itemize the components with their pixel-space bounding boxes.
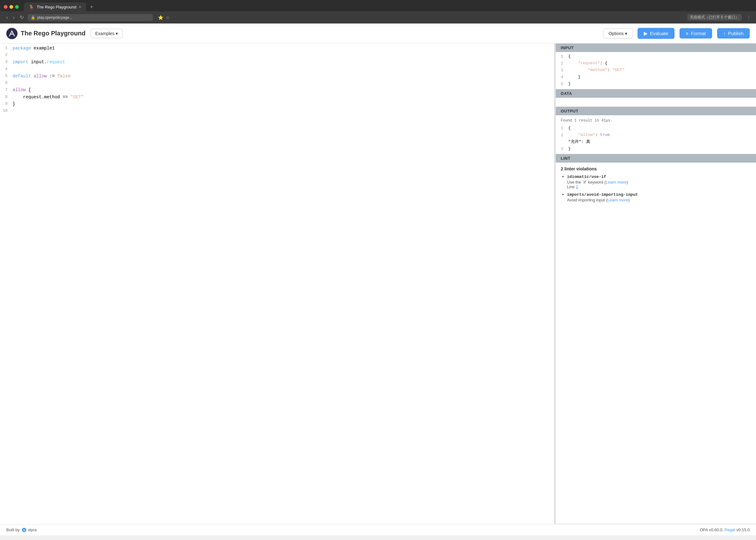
- maximize-button[interactable]: [15, 5, 19, 9]
- styra-text: styra: [28, 527, 37, 532]
- rego-logo-icon: [6, 28, 18, 39]
- output-section: OUTPUT Found 1 result in 41μs. 1{2 "allo…: [556, 107, 756, 154]
- back-button[interactable]: ‹: [5, 14, 9, 22]
- app-container: The Rego Playground Examples ▾ Options ▾…: [0, 24, 756, 535]
- line-code: }: [568, 74, 756, 81]
- line-number: 10: [0, 107, 13, 114]
- line-code: "method": "GET": [568, 67, 756, 74]
- line-number: 3: [556, 67, 568, 74]
- line-number: 8: [0, 94, 13, 100]
- line-number: 4: [556, 74, 568, 81]
- evaluate-play-icon: ▶: [644, 30, 648, 36]
- lint-item: imports/avoid-importing-inputAvoid impor…: [567, 192, 751, 202]
- right-panel: INPUT 1{2 "request": {3 "method": "GET"4…: [555, 44, 756, 524]
- data-content[interactable]: [556, 98, 756, 106]
- close-button[interactable]: [4, 5, 8, 9]
- lint-content: 2 linter violations idiomatic/use-ifUse …: [556, 163, 756, 208]
- styra-logo: S styra: [22, 527, 37, 532]
- line-number: 4: [0, 66, 13, 73]
- output-timing: Found 1 result in 41μs.: [556, 116, 756, 125]
- output-line: 1{: [556, 125, 756, 132]
- new-tab-button[interactable]: +: [88, 3, 95, 11]
- browser-chrome: 🦌 The Rego Playground ✕ + ‹ › ↻ 🔒 play.o…: [0, 0, 756, 24]
- reload-button[interactable]: ↻: [19, 13, 25, 22]
- line-number: 2: [556, 60, 568, 67]
- tab-close-icon[interactable]: ✕: [79, 5, 81, 9]
- address-text: play.openpolicyage...: [37, 15, 73, 20]
- active-tab[interactable]: 🦌 The Rego Playground ✕: [24, 3, 86, 11]
- options-button[interactable]: Options ▾: [603, 29, 632, 39]
- publish-upload-icon: ↑: [723, 31, 726, 36]
- lint-header: LINT: [556, 154, 756, 163]
- footer-left: Built by S styra: [6, 527, 37, 532]
- app-logo: The Rego Playground: [6, 28, 86, 39]
- output-line: "允许": 真: [556, 139, 756, 146]
- options-dropdown-icon: ▾: [625, 31, 627, 36]
- line-number: 9: [0, 100, 13, 107]
- lint-title: 2 linter violations: [561, 166, 751, 171]
- input-section: INPUT 1{2 "request": {3 "method": "GET"4…: [556, 44, 756, 89]
- app-header: The Rego Playground Examples ▾ Options ▾…: [0, 24, 756, 44]
- main-layout: 1package example123import input.request4…: [0, 44, 756, 524]
- lint-line-link[interactable]: 2: [576, 185, 578, 189]
- built-by-text: Built by: [6, 527, 20, 532]
- format-button[interactable]: ≡ Format: [679, 28, 712, 39]
- lint-learn-more-link[interactable]: Learn more: [608, 198, 628, 202]
- code-line: 3import input.request: [0, 59, 554, 66]
- line-code: import input.request: [13, 59, 554, 66]
- line-code: package example1: [13, 45, 554, 52]
- regal-link[interactable]: Regal: [725, 527, 735, 532]
- output-content: Found 1 result in 41μs. 1{2 "allow": tru…: [556, 115, 756, 154]
- line-code: request.method == "GET": [13, 94, 554, 100]
- code-line: 3 "method": "GET": [556, 67, 756, 74]
- output-line: 3}: [556, 146, 756, 153]
- editor-pane[interactable]: 1package example123import input.request4…: [0, 44, 554, 524]
- address-bar[interactable]: 🔒 play.openpolicyage...: [28, 14, 153, 21]
- lint-item: idiomatic/use-ifUse the `if` keyword (Le…: [567, 174, 751, 189]
- line-number: 1: [556, 53, 568, 60]
- code-line: 6: [0, 79, 554, 86]
- styra-icon: S: [22, 527, 27, 532]
- line-code: }: [568, 81, 756, 88]
- minimize-button[interactable]: [9, 5, 13, 9]
- input-content[interactable]: 1{2 "request": {3 "method": "GET"4 }5}: [556, 52, 756, 89]
- line-code: [13, 66, 554, 73]
- code-line: 1{: [556, 53, 756, 60]
- line-number: 2: [0, 52, 13, 59]
- lint-list: idiomatic/use-ifUse the `if` keyword (Le…: [561, 174, 751, 202]
- nav-icons: ⭐ ☆: [158, 15, 170, 20]
- code-line: 8 request.method == "GET": [0, 94, 554, 100]
- line-code: [13, 107, 554, 114]
- code-line: 10: [0, 107, 554, 114]
- lint-item-name: idiomatic/use-if: [567, 175, 751, 179]
- lint-item-name: imports/avoid-importing-input: [567, 192, 751, 197]
- line-number: 5: [0, 73, 13, 79]
- line-code: allow {: [13, 86, 554, 93]
- line-number: 7: [0, 86, 13, 93]
- code-line: 2: [0, 52, 554, 59]
- tab-bar: 🦌 The Rego Playground ✕ +: [0, 0, 756, 11]
- lint-item-desc: Use the `if` keyword (Learn more): [567, 180, 751, 185]
- publish-button[interactable]: ↑ Publish: [717, 28, 750, 39]
- bookmark-icon[interactable]: ☆: [166, 15, 170, 20]
- line-number: 6: [0, 79, 13, 86]
- line-code: }: [13, 100, 554, 107]
- menu-icon[interactable]: ⋮: [747, 15, 751, 20]
- tab-title: The Rego Playground: [37, 5, 76, 9]
- forward-button[interactable]: ›: [12, 14, 16, 22]
- line-number: 1: [0, 45, 13, 52]
- lint-section: LINT 2 linter violations idiomatic/use-i…: [556, 154, 756, 524]
- line-code: [13, 52, 554, 59]
- examples-button[interactable]: Examples ▾: [91, 29, 122, 38]
- traffic-lights: [4, 5, 19, 9]
- lint-learn-more-link[interactable]: Learn more: [606, 180, 627, 185]
- evaluate-button[interactable]: ▶ Evaluate: [638, 28, 674, 39]
- examples-dropdown-icon: ▾: [116, 31, 118, 36]
- footer-right: OPA v0.60.0, Regal v0.15.0: [700, 527, 750, 532]
- lint-item-line: Line 2: [567, 185, 751, 189]
- line-number: 3: [0, 59, 13, 66]
- app-footer: Built by S styra OPA v0.60.0, Regal v0.1…: [0, 524, 756, 535]
- line-number: 5: [556, 81, 568, 88]
- editor-content: 1package example123import input.request4…: [0, 44, 554, 116]
- code-line: 5}: [556, 81, 756, 88]
